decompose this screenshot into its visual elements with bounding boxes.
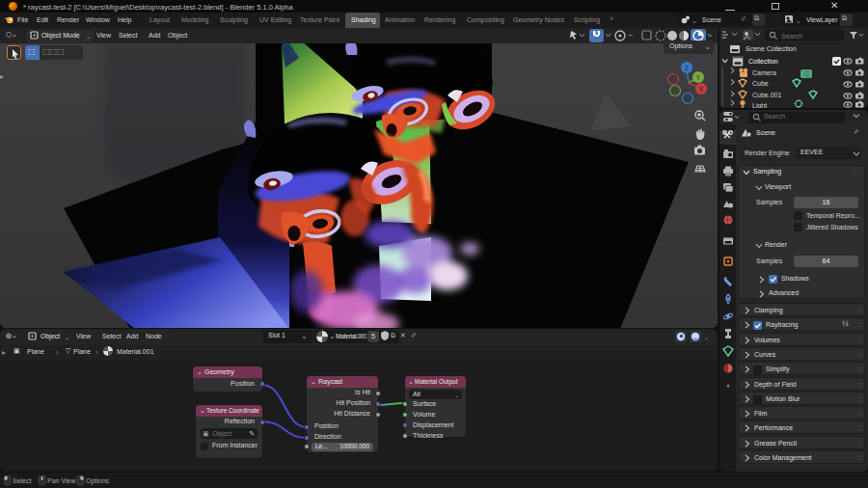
- svg-text:Cube: Cube: [752, 80, 769, 87]
- svg-text:Collection: Collection: [748, 58, 778, 65]
- svg-text:Y: Y: [696, 74, 701, 81]
- svg-text:Z: Z: [685, 65, 689, 71]
- svg-text:Search: Search: [781, 33, 802, 40]
- svg-text:Cube.001: Cube.001: [752, 92, 781, 98]
- svg-text:Scene Collection: Scene Collection: [746, 45, 797, 52]
- svg-text:Light: Light: [752, 102, 767, 109]
- svg-text:Options: Options: [86, 477, 110, 485]
- svg-text:X: X: [699, 86, 704, 93]
- svg-text:Select: Select: [13, 477, 32, 484]
- svg-text:Camera: Camera: [752, 69, 776, 76]
- svg-text:Pan View: Pan View: [47, 477, 76, 484]
